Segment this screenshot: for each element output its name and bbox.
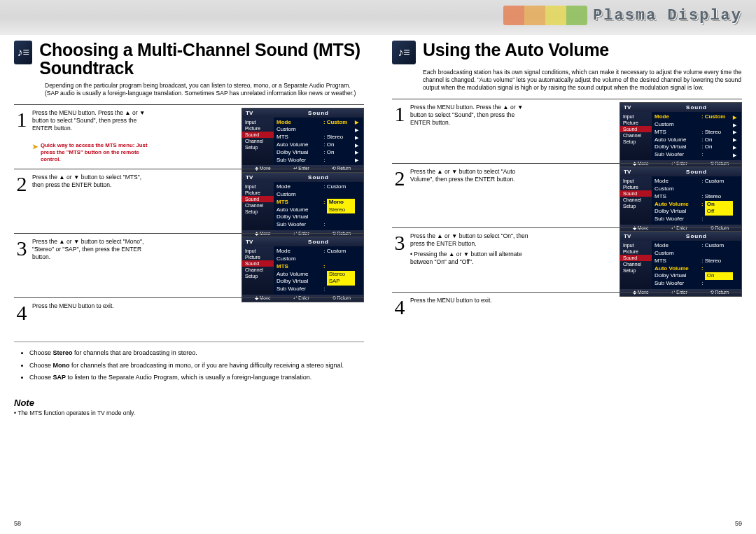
osd-screenshot-l2: TVSound InputPictureSoundChannelSetup Mo… xyxy=(241,172,364,238)
step-2-right: 2 Press the ▲ or ▼ button to select "Aut… xyxy=(392,163,742,227)
list-item: Choose Mono for channels that are broadc… xyxy=(29,362,364,370)
osd-screenshot-r1: TVSound InputPictureSoundChannelSetup Mo… xyxy=(620,102,742,168)
intro-right: Each broadcasting station has its own si… xyxy=(423,69,742,92)
step-text: Press the MENU button. Press the ▲ or ▼ … xyxy=(32,109,145,132)
notes-bullets: Choose Stereo for channels that are broa… xyxy=(14,342,364,382)
osd-screenshot-l1: TVSound InputPictureSoundChannelSetup Mo… xyxy=(241,108,364,174)
step-3-left: 3 Press the ▲ or ▼ button to select "Mon… xyxy=(14,233,364,297)
page-right: Plasma Display ♪≡ Using the Auto Volume … xyxy=(378,0,756,534)
page-left: ♪≡ Choosing a Multi-Channel Sound (MTS) … xyxy=(0,0,378,534)
page-number-right: 59 xyxy=(735,520,742,527)
step-3-right: 3 Press the ▲ or ▼ button to select "On"… xyxy=(392,227,742,292)
osd-sidebar: InputPictureSoundChannelSetup xyxy=(242,118,274,166)
list-item: Choose SAP to listen to the Separate Aud… xyxy=(29,374,364,382)
quick-hint: ➤ Quick way to access the MTS menu: Just… xyxy=(32,142,151,163)
header-bar-right: Plasma Display xyxy=(378,0,756,35)
osd-screenshot-r2: TVSound InputPictureSoundChannelSetup Mo… xyxy=(620,167,742,232)
osd-screenshot-l3: TVSound InputPictureSoundChannelSetup Mo… xyxy=(241,237,364,302)
page-title-right: Using the Auto Volume xyxy=(423,41,609,59)
sound-settings-icon: ♪≡ xyxy=(392,41,416,64)
intro-left: Depending on the particular program bein… xyxy=(45,82,364,97)
note-section: Note • The MTS function operates in TV m… xyxy=(14,398,364,416)
list-item: Choose Stereo for channels that are broa… xyxy=(29,349,364,358)
osd-screenshot-r3: TVSound InputPictureSoundChannelSetup Mo… xyxy=(620,231,742,297)
page-title-left: Choosing a Multi-Channel Sound (MTS) Sou… xyxy=(39,41,364,78)
step-4-left: 4 Press the MENU button to exit. xyxy=(14,297,364,329)
sound-settings-icon: ♪≡ xyxy=(14,41,32,64)
step-2-left: 2 Press the ▲ or ▼ button to select "MTS… xyxy=(14,169,364,233)
page-number-left: 58 xyxy=(14,520,21,527)
hint-arrow-icon: ➤ xyxy=(32,142,38,163)
logo-swatch-icon xyxy=(503,6,587,25)
step-1-left: 1 Press the MENU button. Press the ▲ or … xyxy=(14,104,364,169)
step-4-right: 4 Press the MENU button to exit. xyxy=(392,292,742,323)
header-bar-left xyxy=(0,0,378,35)
step-1-right: 1 Press the MENU button. Press the ▲ or … xyxy=(392,99,742,163)
plasma-display-logo: Plasma Display xyxy=(503,6,742,25)
